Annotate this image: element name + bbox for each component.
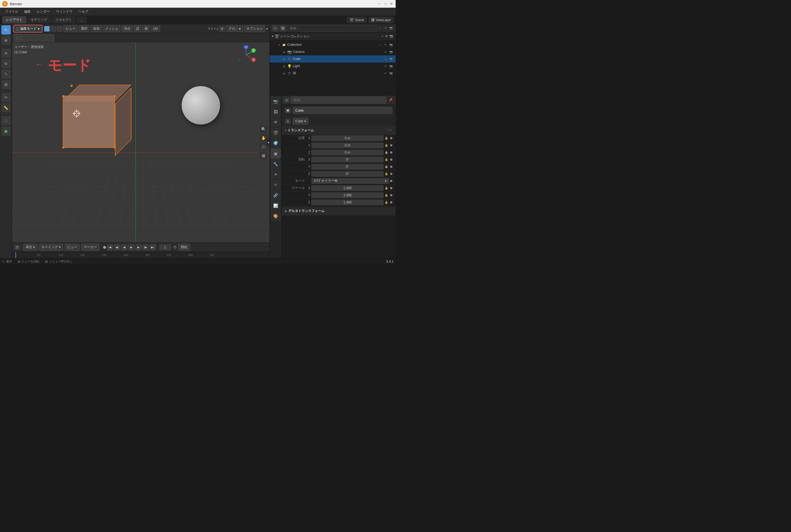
scene-selector[interactable]: 🎬 Scene (347, 17, 367, 23)
marker-btn[interactable]: マーカー (81, 244, 99, 251)
rotate-tool-button[interactable]: ↻ (1, 59, 11, 68)
rot-y-dot[interactable] (390, 166, 392, 168)
expand-cube[interactable]: ▶ (283, 57, 286, 61)
jump-start-btn[interactable]: |◀ (107, 244, 113, 250)
pin-btn[interactable]: 📌 (388, 97, 393, 103)
tab-layout[interactable]: レイアウト (2, 16, 26, 24)
extrude-tool-button[interactable]: ▣ (1, 127, 11, 136)
edge-select-btn[interactable] (51, 26, 56, 32)
rot-x-field[interactable]: 0° (311, 157, 384, 162)
face-select-btn[interactable] (57, 26, 62, 32)
prop-output-tab[interactable]: 🖼 (271, 107, 281, 117)
viewlayer-selector[interactable]: 🖼 ViewLayer (369, 17, 393, 23)
outliner-item-cube[interactable]: ▶ ▽ Cube 👁 📷 (270, 55, 396, 62)
properties-search[interactable] (291, 97, 386, 103)
expand-light[interactable]: ▶ (283, 64, 286, 68)
cube-3d-object[interactable] (57, 85, 116, 144)
prop-view-btn[interactable]: ≡ (284, 97, 290, 103)
snap-option-2[interactable] (30, 34, 38, 42)
rot-y-field[interactable]: 0° (311, 164, 384, 169)
rot-y-lock[interactable]: 🔒 (385, 165, 389, 168)
scale-x-field[interactable]: 1.000 (311, 185, 384, 191)
prop-scene-tab[interactable]: 🎬 (271, 128, 281, 138)
filter-all[interactable]: ≡ (378, 26, 383, 31)
pos-y-field[interactable]: 0 m (311, 142, 384, 148)
grid-button[interactable]: ▦ (260, 152, 267, 159)
pos-x-field[interactable]: 0 m (311, 135, 384, 141)
current-frame-field[interactable]: 1 (160, 245, 171, 250)
global-selector[interactable]: グロ... ▾ (226, 25, 243, 32)
cursor-tool-button[interactable]: ⊕ (1, 36, 11, 45)
frame-numbers[interactable]: 1 60 120 180 240 300 360 420 480 540 (12, 252, 270, 258)
panel-expand-handle[interactable]: ◂ (267, 138, 270, 147)
face-menu-btn[interactable]: 面 (142, 25, 150, 32)
play-btn[interactable]: ▶ (128, 244, 134, 250)
keying-btn[interactable]: キーイング ▾ (39, 244, 63, 251)
next-key-btn[interactable]: |▶ (143, 244, 149, 250)
scale-z-field[interactable]: 1.000 (311, 200, 384, 205)
outliner-view-btn[interactable]: ≡ (272, 25, 278, 32)
mesh-menu-btn[interactable]: メッシュ (103, 25, 121, 32)
pos-y-dot[interactable] (390, 144, 392, 147)
scale-y-dot[interactable] (390, 194, 392, 196)
rot-z-field[interactable]: 0° (311, 171, 384, 177)
sphere-eye[interactable]: 👁 (383, 71, 388, 76)
vertex-select-btn[interactable]: · (44, 26, 50, 32)
snap-btn[interactable]: ⊞ (220, 26, 225, 32)
scale-y-lock[interactable]: 🔒 (385, 194, 389, 197)
light-eye[interactable]: 👁 (383, 64, 388, 69)
edge-menu-btn[interactable]: 辺 (134, 25, 141, 32)
annotate-tool-button[interactable]: ✏ (1, 93, 11, 102)
prop-render-tab[interactable]: 📷 (271, 97, 281, 107)
scale-x-lock[interactable]: 🔒 (385, 187, 389, 189)
scale-z-lock[interactable]: 🔒 (385, 201, 389, 204)
sphere-3d-object[interactable] (182, 86, 220, 125)
pos-z-dot[interactable] (390, 151, 392, 154)
measure-tool-button[interactable]: 📏 (1, 103, 11, 112)
expand-camera[interactable]: ▶ (283, 50, 286, 54)
add-menu-btn[interactable]: 追加 (91, 25, 102, 32)
prop-material-tab[interactable]: 🎨 (271, 211, 281, 221)
col-cam[interactable]: 📷 (388, 42, 393, 47)
expand-sphere[interactable]: ▶ (283, 72, 286, 75)
outliner-item-sphere[interactable]: ▶ ▽ 球 👁 📷 (270, 70, 396, 77)
zoom-in-button[interactable]: 🔍 (260, 125, 267, 133)
add-cube-tool-button[interactable]: □ (1, 116, 11, 125)
menu-file[interactable]: ファイル (2, 8, 21, 15)
pos-x-lock[interactable]: 🔒 (385, 137, 389, 139)
transform-section-header[interactable]: ▾ トランスフォーム ⠿⠿⠿ (282, 127, 396, 135)
prop-data-tab[interactable]: 📊 (271, 201, 281, 211)
sphere-render[interactable]: 📷 (388, 71, 393, 76)
scale-x-dot[interactable] (390, 187, 392, 189)
options-btn[interactable]: オプション (244, 25, 265, 32)
snap-option-4[interactable] (47, 34, 54, 42)
menu-render[interactable]: レンダー (34, 8, 53, 15)
move-tool-button[interactable]: ✛ (1, 49, 11, 58)
timeline-type-btn[interactable]: ⏱ (14, 245, 20, 250)
playback-btn[interactable]: 再生 ▾ (23, 244, 37, 251)
prop-world-tab[interactable]: 🌍 (271, 138, 281, 148)
tab-modeling[interactable]: モデリング (27, 16, 51, 24)
outliner-search[interactable] (287, 25, 376, 31)
snap-toggle[interactable]: ⬚ (14, 34, 21, 42)
pan-button[interactable]: ✋ (260, 134, 267, 142)
col-check[interactable]: ✓ (378, 42, 383, 47)
cam-render[interactable]: 📷 (388, 49, 393, 54)
select-menu-btn[interactable]: 選択 (79, 25, 90, 32)
prop-physics-tab[interactable]: ⚛ (271, 180, 281, 190)
menu-edit[interactable]: 編集 (21, 8, 34, 15)
tab-sculpt[interactable]: スカルプト (52, 16, 76, 24)
view-menu-btn[interactable]: ビュー (63, 25, 78, 32)
scale-tool-button[interactable]: ⤡ (1, 69, 11, 79)
scale-y-field[interactable]: 1.000 (311, 192, 384, 198)
object-name-field[interactable]: Cube (293, 107, 392, 114)
viewport-canvas[interactable]: ユーザー・透視投影 (1) Cube モード ← (12, 42, 270, 242)
cube-eye[interactable]: 👁 (383, 56, 388, 61)
snap-option-1[interactable] (22, 34, 30, 42)
transform-tool-button[interactable]: ⊞ (1, 80, 11, 89)
scale-z-dot[interactable] (390, 201, 392, 204)
camera-button[interactable]: 🎥 (260, 143, 267, 151)
filter-render[interactable]: 📷 (388, 26, 393, 31)
uv-menu-btn[interactable]: UV (151, 26, 160, 32)
pos-z-lock[interactable]: 🔒 (385, 151, 389, 154)
